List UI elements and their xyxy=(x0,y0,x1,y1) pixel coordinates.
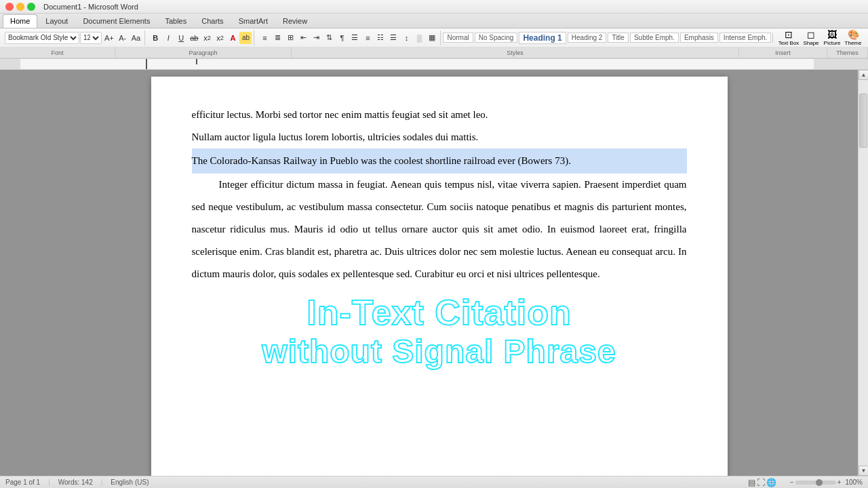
paragraph-format-group: ≡ ≣ ⊞ ⇤ ⇥ ⇅ ¶ ☰ ≡ ☷ ☰ ↕ ░ ▦ xyxy=(256,30,441,45)
window-title: Document1 - Microsoft Word xyxy=(43,3,138,11)
bold-button[interactable]: B xyxy=(149,32,161,44)
decrease-font-btn[interactable]: A- xyxy=(117,32,129,44)
italic-button[interactable]: I xyxy=(162,32,174,44)
title-bar: Document1 - Microsoft Word xyxy=(0,0,868,14)
decrease-indent-btn[interactable]: ⇤ xyxy=(297,32,309,44)
scroll-thumb[interactable] xyxy=(859,94,867,148)
scroll-up-btn[interactable]: ▲ xyxy=(859,70,868,80)
style-subtle-emph[interactable]: Subtle Emph. xyxy=(630,33,679,43)
style-intense-emph[interactable]: Intense Emph. xyxy=(719,33,771,43)
minimize-button[interactable] xyxy=(16,3,24,11)
zoom-controls: − + 100% xyxy=(790,479,863,486)
web-view-btn[interactable]: 🌐 xyxy=(766,478,776,487)
zoom-level: 100% xyxy=(845,479,863,486)
align-center-btn[interactable]: ≡ xyxy=(361,32,374,44)
insert-group: ⊡ Text Box ◻ Shape 🖼 Picture 🎨 Theme xyxy=(775,30,865,45)
selected-paragraph[interactable]: The Colorado-Kansas Railway in Pueblo wa… xyxy=(192,148,687,174)
sidebar-left xyxy=(0,70,20,476)
tab-tables[interactable]: Tables xyxy=(158,14,193,28)
font-group: Bookmark Old Style 12 A+ A- Aa xyxy=(3,30,145,45)
paragraph-3: Integer efficitur dictum massa in feugia… xyxy=(192,174,687,285)
document-page: efficitur lectus. Morbi sed tortor nec e… xyxy=(151,77,728,476)
increase-indent-btn[interactable]: ⇥ xyxy=(310,32,322,44)
watermark-line1: In-Text Citation xyxy=(307,292,572,333)
font-color-button[interactable]: A xyxy=(226,32,239,44)
section-styles: Styles xyxy=(292,47,739,58)
line-spacing-btn[interactable]: ↕ xyxy=(400,32,412,44)
zoom-slider[interactable] xyxy=(795,481,836,485)
style-normal[interactable]: Normal xyxy=(443,33,473,43)
zoom-out-btn[interactable]: − xyxy=(790,479,794,486)
section-font: Font xyxy=(0,47,115,58)
strikethrough-button[interactable]: ab xyxy=(188,32,200,44)
font-size-select[interactable]: 12 xyxy=(80,32,102,44)
scroll-down-btn[interactable]: ▼ xyxy=(859,466,868,476)
page-count: Page 1 of 1 xyxy=(5,479,40,486)
full-screen-btn[interactable]: ⛶ xyxy=(757,478,765,487)
ribbon-section-labels: Font Paragraph Styles Insert Themes xyxy=(0,47,868,58)
clear-format-btn[interactable]: Aa xyxy=(130,32,142,44)
show-para-btn[interactable]: ¶ xyxy=(336,32,348,44)
doc-wrapper: efficitur lectus. Morbi sed tortor nec e… xyxy=(0,70,868,476)
font-family-select[interactable]: Bookmark Old Style xyxy=(5,32,79,44)
styles-mini-group: Normal No Spacing Heading 1 Heading 2 Ti… xyxy=(443,32,773,44)
style-no-spacing[interactable]: No Spacing xyxy=(475,33,518,43)
border-btn[interactable]: ▦ xyxy=(426,32,438,44)
tab-charts[interactable]: Charts xyxy=(195,14,230,28)
picture-btn[interactable]: 🖼 Picture xyxy=(822,29,842,46)
zoom-thumb[interactable] xyxy=(816,479,823,486)
shape-btn[interactable]: ◻ Shape xyxy=(801,29,821,46)
increase-font-btn[interactable]: A+ xyxy=(102,32,116,44)
section-paragraph: Paragraph xyxy=(115,47,292,58)
superscript-button[interactable]: x2 xyxy=(201,32,213,44)
sort-btn[interactable]: ⇅ xyxy=(323,32,335,44)
bullet-list-btn[interactable]: ≡ xyxy=(258,32,271,44)
word-count: Words: 142 xyxy=(58,479,93,486)
tab-row: Home Layout Document Elements Tables Cha… xyxy=(0,14,868,28)
section-themes: Themes xyxy=(827,47,868,58)
style-heading2[interactable]: Heading 2 xyxy=(568,33,607,43)
ruler xyxy=(0,59,868,70)
print-view-btn[interactable]: ▤ xyxy=(748,478,755,487)
align-left-btn[interactable]: ☰ xyxy=(349,32,361,44)
shading-btn[interactable]: ░ xyxy=(413,32,425,44)
multilevel-list-btn[interactable]: ⊞ xyxy=(284,32,296,44)
style-emphasis[interactable]: Emphasis xyxy=(680,33,718,43)
ruler-inner xyxy=(0,59,868,69)
text-box-btn[interactable]: ⊡ Text Box xyxy=(777,29,800,46)
subscript-button[interactable]: x2 xyxy=(214,32,226,44)
zoom-in-btn[interactable]: + xyxy=(837,479,842,486)
tab-home[interactable]: Home xyxy=(3,14,37,28)
style-heading1[interactable]: Heading 1 xyxy=(519,32,566,44)
ruler-indent-marker[interactable] xyxy=(146,59,147,70)
underline-button[interactable]: U xyxy=(175,32,187,44)
vertical-scrollbar[interactable]: ▲ ▼ xyxy=(858,70,868,476)
ribbon: Home Layout Document Elements Tables Cha… xyxy=(0,14,868,59)
style-strong[interactable]: Strong xyxy=(772,33,773,43)
paragraph-1: efficitur lectus. Morbi sed tortor nec e… xyxy=(192,104,687,126)
section-insert: Insert xyxy=(739,47,827,58)
close-button[interactable] xyxy=(5,3,14,11)
text-format-group: B I U ab x2 x2 A ab xyxy=(147,30,254,45)
selected-text: The Colorado-Kansas Railway in Pueblo wa… xyxy=(192,155,571,166)
tab-document-elements[interactable]: Document Elements xyxy=(76,14,157,28)
status-bar: Page 1 of 1 | Words: 142 | English (US) … xyxy=(0,476,868,488)
align-right-btn[interactable]: ☷ xyxy=(374,32,387,44)
tab-layout[interactable]: Layout xyxy=(39,14,75,28)
numbered-list-btn[interactable]: ≣ xyxy=(271,32,283,44)
tab-smartart[interactable]: SmartArt xyxy=(232,14,275,28)
format-toolbar: Bookmark Old Style 12 A+ A- Aa B I U ab … xyxy=(0,28,868,47)
scroll-track[interactable] xyxy=(859,80,868,466)
paragraph-2: Nullam auctor ligula luctus lorem lobort… xyxy=(192,126,687,148)
maximize-button[interactable] xyxy=(27,3,35,11)
theme-btn[interactable]: 🎨 Theme xyxy=(843,29,863,46)
watermark-line2: without Signal Phrase xyxy=(262,333,616,370)
language: English (US) xyxy=(111,479,149,486)
tab-review[interactable]: Review xyxy=(276,14,314,28)
justify-btn[interactable]: ☰ xyxy=(387,32,399,44)
page-container[interactable]: efficitur lectus. Morbi sed tortor nec e… xyxy=(20,70,858,476)
ruler-tab-stop[interactable] xyxy=(196,59,197,64)
highlight-button[interactable]: ab xyxy=(239,32,252,44)
view-buttons: ▤ ⛶ 🌐 xyxy=(748,478,776,487)
style-title[interactable]: Title xyxy=(608,33,629,43)
